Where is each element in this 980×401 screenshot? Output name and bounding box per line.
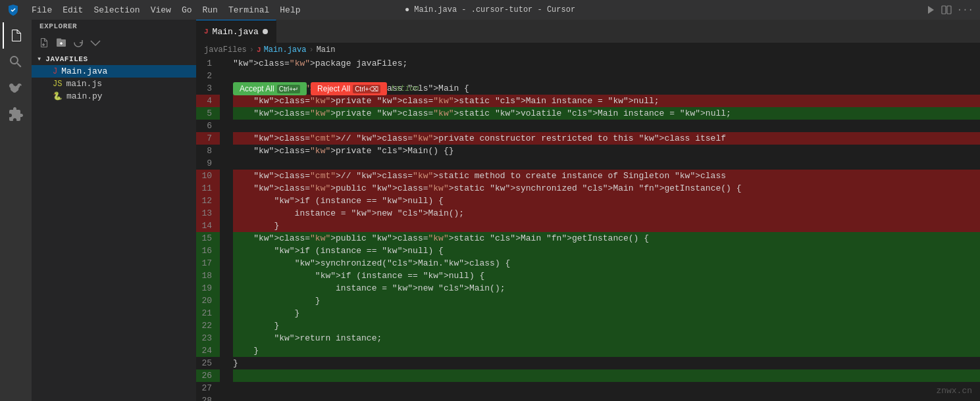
window-title: ● Main.java - .cursor-tutor - Cursor [405,5,575,14]
breadcrumb-class: Main [317,45,336,55]
line-number: 10 [196,170,220,182]
line-number: 2 [196,70,220,82]
folder-name-label: javaFiles [45,55,88,63]
accept-all-label: Accept All [240,84,274,93]
line-number: 22 [196,319,220,332]
line-number: 1 [196,57,220,70]
split-editor-icon[interactable] [941,5,952,15]
line-number: 23 [196,332,220,344]
menu-go[interactable]: Go [176,3,197,18]
line-number: 15 [196,232,220,245]
code-line: "kw">class="kw">private "kw">class="kw">… [233,107,980,120]
filename-main-py: main.py [66,91,103,101]
explorer-label: EXPLORER [39,22,77,30]
code-line [233,369,980,382]
code-line: "kw">if (instance == "kw">null) { [233,245,980,257]
watermark: znwx.cn [936,386,972,396]
java-file-icon: J [53,67,57,76]
code-line: instance = "kw">new "cls">Main(); [233,207,980,220]
line-number: 24 [196,344,220,357]
activity-git[interactable] [3,75,29,101]
diff-toolbar: Accept All Ctrl+↵ Reject All Ctrl+⌫ tati… [233,82,419,95]
code-line: } [233,344,980,357]
tab-main-java[interactable]: J Main.java [196,20,276,43]
svg-rect-2 [947,6,951,14]
editor-area: J Main.java javaFiles › J Main.java › Ma… [196,20,980,401]
filename-main-js: main.js [66,79,102,89]
title-bar-actions: ··· [925,5,973,15]
menu-bar: File Edit Selection View Go Run Terminal… [26,3,306,18]
line-number: 12 [196,195,220,207]
line-number: 16 [196,245,220,257]
file-tree: ▾ javaFiles J Main.java JS main.js 🐍 mai… [32,53,196,401]
menu-selection[interactable]: Selection [88,3,145,18]
line-number: 25 [196,357,220,369]
file-main-js[interactable]: JS main.js [32,78,196,90]
code-line: } [233,220,980,232]
line-number: 11 [196,182,220,195]
more-actions-icon[interactable]: ··· [957,5,973,15]
activity-bar [0,20,32,401]
collapse-all-button[interactable] [88,35,103,50]
filename-main-java: Main.java [61,66,107,76]
activity-extensions[interactable] [3,101,29,128]
tab-bar: J Main.java [196,20,980,43]
main-container: EXPLORER [0,20,980,401]
folder-javafiles[interactable]: ▾ javaFiles [32,53,196,65]
menu-run[interactable]: Run [197,3,222,18]
run-icon[interactable] [925,5,936,15]
line-number: 28 [196,394,220,401]
reject-all-label: Reject All [317,84,350,93]
code-line: } [233,307,980,319]
title-bar: File Edit Selection View Go Run Terminal… [0,0,980,20]
line-number: 9 [196,157,220,170]
file-main-java[interactable]: J Main.java [32,65,196,78]
line-number: 4 [196,95,220,107]
breadcrumb: javaFiles › J Main.java › Main [196,43,980,57]
editor-content[interactable]: 1234567891011121314151617181920212223242… [196,57,980,401]
title-bar-left: File Edit Selection View Go Run Terminal… [7,3,306,18]
file-main-py[interactable]: 🐍 main.py [32,90,196,103]
accept-shortcut: Ctrl+↵ [277,85,300,93]
menu-terminal[interactable]: Terminal [223,3,274,18]
menu-edit[interactable]: Edit [57,3,88,18]
code-line: "kw">synchronized("cls">Main."kw">class)… [233,257,980,270]
code-line: "kw">if (instance == "kw">null) { [233,195,980,207]
tab-java-icon: J [204,28,209,35]
py-file-icon: 🐍 [53,91,63,101]
js-file-icon: JS [53,80,62,89]
line-number: 13 [196,207,220,220]
code-line: } [233,357,980,369]
code-line [233,394,980,401]
accept-all-button[interactable]: Accept All Ctrl+↵ [233,82,307,95]
menu-help[interactable]: Help [274,3,305,18]
line-numbers: 1234567891011121314151617181920212223242… [196,57,228,401]
refresh-button[interactable] [71,35,86,50]
reject-all-button[interactable]: Reject All Ctrl+⌫ [311,82,386,95]
menu-view[interactable]: View [145,3,176,18]
code-line: "kw">return instance; [233,332,980,344]
reject-shortcut: Ctrl+⌫ [353,85,380,93]
code-line [233,382,980,394]
menu-file[interactable]: File [26,3,57,18]
line-number: 26 [196,369,220,382]
activity-explorer[interactable] [3,22,29,49]
code-line: "kw">class="kw">public "kw">class="kw">s… [233,182,980,195]
code-line: "kw">class="cmt">// "kw">class="kw">priv… [233,132,980,145]
new-folder-button[interactable] [54,35,68,50]
new-file-button[interactable] [37,35,51,50]
activity-search[interactable] [3,49,29,75]
diff-comment-text: tation [391,84,419,93]
breadcrumb-filename: Main.java [264,45,307,55]
code-line: } [233,319,980,332]
sidebar-toolbar [32,33,196,53]
app-logo-icon [7,3,20,16]
tab-modified-dot [263,29,268,34]
line-number: 6 [196,120,220,132]
line-number: 17 [196,257,220,270]
line-number: 8 [196,145,220,157]
code-editor[interactable]: "kw">class="kw">package javaFiles; "kw">… [228,57,980,401]
svg-rect-1 [942,6,946,14]
breadcrumb-file-icon: J [257,46,261,54]
code-line: "kw">class="kw">public "kw">class="kw">s… [233,232,980,245]
